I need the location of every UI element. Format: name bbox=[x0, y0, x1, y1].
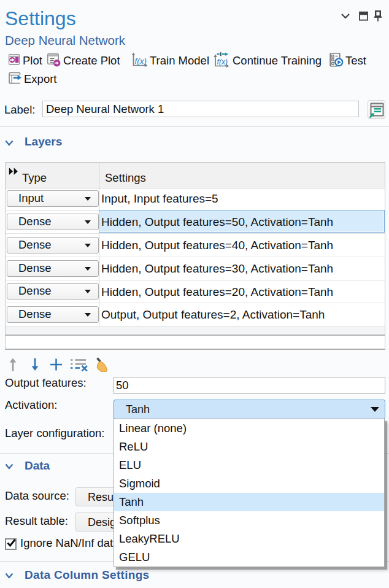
svg-text:f(x): f(x) bbox=[135, 56, 147, 66]
svg-text:f(x): f(x) bbox=[217, 58, 228, 66]
